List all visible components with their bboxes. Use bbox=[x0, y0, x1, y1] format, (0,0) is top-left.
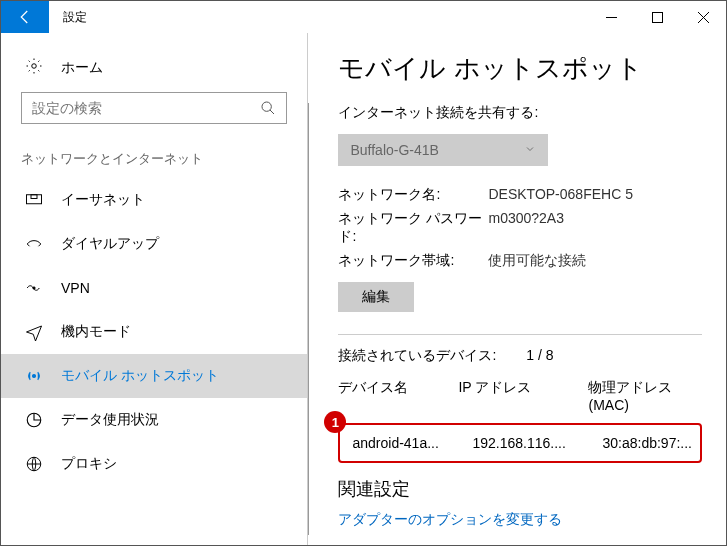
window-title: 設定 bbox=[49, 1, 588, 33]
sidebar: ホーム ネットワークとインターネット イーサネット ダイヤルアップ VPN 機内… bbox=[1, 33, 307, 545]
airplane-icon bbox=[25, 323, 43, 341]
sidebar-item-label: モバイル ホットスポット bbox=[61, 367, 219, 385]
connected-count: 1 / 8 bbox=[526, 347, 553, 365]
connected-label: 接続されているデバイス: bbox=[338, 347, 496, 365]
close-button[interactable] bbox=[680, 1, 726, 33]
search-input[interactable] bbox=[21, 92, 287, 124]
main-panel: モバイル ホットスポット インターネット接続を共有する: Buffalo-G-4… bbox=[307, 33, 726, 545]
sidebar-item-label: データ使用状況 bbox=[61, 411, 159, 429]
edit-button[interactable]: 編集 bbox=[338, 282, 414, 312]
svg-point-9 bbox=[33, 287, 35, 289]
ethernet-icon bbox=[25, 193, 43, 207]
dialup-icon bbox=[25, 237, 43, 251]
sidebar-item-datausage[interactable]: データ使用状況 bbox=[1, 398, 307, 442]
device-row[interactable]: android-41a... 192.168.116.... 30:a8:db:… bbox=[338, 425, 700, 461]
col-ip: IP アドレス bbox=[458, 379, 588, 413]
home-label: ホーム bbox=[61, 59, 103, 77]
adapter-value: Buffalo-G-41B bbox=[350, 142, 438, 158]
data-usage-icon bbox=[25, 411, 43, 429]
net-name-label: ネットワーク名: bbox=[338, 186, 488, 204]
sidebar-item-proxy[interactable]: プロキシ bbox=[1, 442, 307, 486]
svg-rect-1 bbox=[652, 12, 662, 22]
svg-rect-8 bbox=[31, 195, 37, 199]
adapter-select[interactable]: Buffalo-G-41B bbox=[338, 134, 548, 166]
device-row-highlight: android-41a... 192.168.116.... 30:a8:db:… bbox=[338, 423, 702, 463]
sidebar-item-hotspot[interactable]: モバイル ホットスポット bbox=[1, 354, 307, 398]
svg-rect-7 bbox=[27, 195, 42, 204]
svg-line-6 bbox=[270, 110, 274, 114]
related-title: 関連設定 bbox=[338, 477, 702, 501]
chevron-down-icon bbox=[524, 142, 536, 158]
search-field[interactable] bbox=[22, 100, 250, 116]
sidebar-item-vpn[interactable]: VPN bbox=[1, 266, 307, 310]
sidebar-item-label: ダイヤルアップ bbox=[61, 235, 159, 253]
device-ip: 192.168.116.... bbox=[472, 435, 602, 451]
net-band-value: 使用可能な接続 bbox=[488, 252, 702, 270]
vpn-icon bbox=[25, 281, 43, 295]
col-device: デバイス名 bbox=[338, 379, 458, 413]
maximize-button[interactable] bbox=[634, 1, 680, 33]
col-mac: 物理アドレス (MAC) bbox=[588, 379, 702, 413]
net-name-value: DESKTOP-068FEHC 5 bbox=[488, 186, 702, 204]
net-band-label: ネットワーク帯域: bbox=[338, 252, 488, 270]
svg-point-10 bbox=[33, 375, 36, 378]
device-mac: 30:a8:db:97:... bbox=[602, 435, 692, 451]
svg-point-4 bbox=[32, 64, 37, 69]
minimize-button[interactable] bbox=[588, 1, 634, 33]
net-pwd-value: m0300?2A3 bbox=[488, 210, 702, 246]
sidebar-item-label: イーサネット bbox=[61, 191, 145, 209]
device-name: android-41a... bbox=[352, 435, 472, 451]
back-button[interactable] bbox=[1, 1, 49, 33]
sidebar-item-label: VPN bbox=[61, 280, 90, 296]
svg-point-5 bbox=[262, 102, 271, 111]
page-title: モバイル ホットスポット bbox=[338, 51, 702, 86]
category-label: ネットワークとインターネット bbox=[1, 150, 307, 178]
net-pwd-label: ネットワーク パスワード: bbox=[338, 210, 488, 246]
hotspot-icon bbox=[25, 367, 43, 385]
sidebar-item-label: 機内モード bbox=[61, 323, 131, 341]
share-label: インターネット接続を共有する: bbox=[338, 104, 702, 122]
proxy-icon bbox=[25, 455, 43, 473]
gear-icon bbox=[25, 57, 43, 78]
sidebar-item-airplane[interactable]: 機内モード bbox=[1, 310, 307, 354]
sidebar-item-ethernet[interactable]: イーサネット bbox=[1, 178, 307, 222]
sidebar-item-dialup[interactable]: ダイヤルアップ bbox=[1, 222, 307, 266]
search-icon bbox=[250, 100, 286, 116]
home-button[interactable]: ホーム bbox=[21, 51, 287, 92]
adapter-options-link[interactable]: アダプターのオプションを変更する bbox=[338, 511, 702, 529]
sidebar-item-label: プロキシ bbox=[61, 455, 117, 473]
